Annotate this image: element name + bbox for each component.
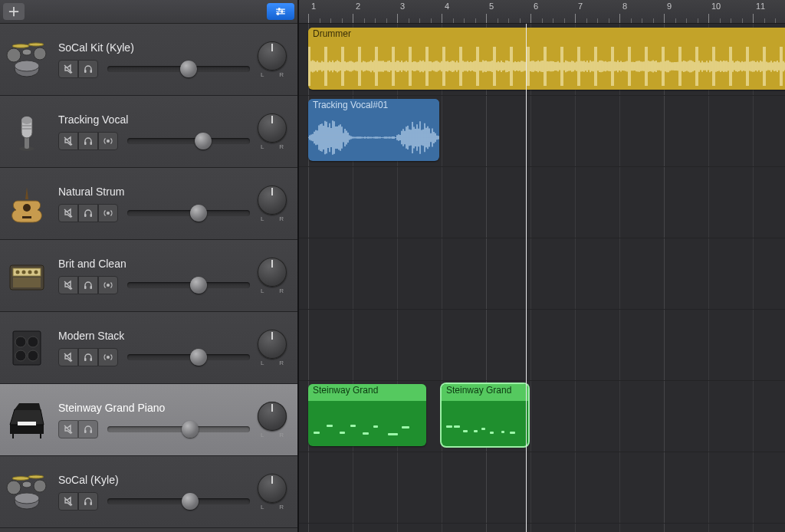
ruler-subtick bbox=[631, 18, 632, 23]
ruler-tick bbox=[753, 14, 754, 23]
ruler-subtick bbox=[386, 18, 387, 23]
track-row[interactable]: SoCal (Kyle)LR bbox=[0, 456, 297, 528]
waveform bbox=[308, 114, 439, 161]
volume-thumb[interactable] bbox=[180, 61, 197, 77]
drums-icon bbox=[3, 468, 51, 516]
playhead[interactable] bbox=[526, 24, 527, 532]
input-button[interactable] bbox=[98, 132, 118, 150]
track-button-group bbox=[58, 420, 98, 438]
track-row[interactable]: Modern StackLR bbox=[0, 312, 297, 384]
track-button-group bbox=[58, 132, 118, 150]
pan-knob[interactable] bbox=[258, 113, 287, 143]
ruler-subtick bbox=[542, 18, 543, 23]
volume-slider[interactable] bbox=[107, 426, 250, 432]
volume-slider[interactable] bbox=[107, 66, 250, 72]
track-row[interactable]: Tracking VocalLR bbox=[0, 96, 297, 168]
ruler-bar-label: 11 bbox=[756, 2, 765, 11]
pan-knob[interactable] bbox=[258, 258, 287, 287]
solo-button[interactable] bbox=[78, 420, 98, 438]
solo-button[interactable] bbox=[78, 60, 98, 78]
mute-button[interactable] bbox=[58, 204, 78, 222]
lane[interactable] bbox=[299, 238, 785, 310]
track-name[interactable]: Modern Stack bbox=[58, 330, 250, 342]
input-button[interactable] bbox=[98, 348, 118, 366]
midi-notes bbox=[311, 423, 423, 438]
cab-icon bbox=[3, 324, 51, 372]
volume-thumb[interactable] bbox=[190, 205, 207, 222]
ruler-subtick bbox=[686, 18, 687, 23]
filter-settings-button[interactable] bbox=[267, 3, 294, 20]
track-name[interactable]: SoCal Kit (Kyle) bbox=[58, 41, 250, 54]
ruler-tick bbox=[619, 14, 620, 23]
pan-label: LR bbox=[261, 504, 284, 511]
lane[interactable] bbox=[299, 166, 785, 238]
ruler-subtick bbox=[597, 18, 598, 23]
volume-thumb[interactable] bbox=[195, 133, 212, 149]
track-name[interactable]: SoCal (Kyle) bbox=[58, 474, 250, 486]
track-row[interactable]: SoCal Kit (Kyle)LR bbox=[0, 24, 297, 96]
volume-thumb[interactable] bbox=[190, 349, 207, 366]
timeline-lanes[interactable]: DrummerTracking Vocal#01Steinway GrandSt… bbox=[299, 24, 785, 532]
region-label: Tracking Vocal#01 bbox=[308, 99, 439, 116]
track-name[interactable]: Brit and Clean bbox=[58, 258, 250, 270]
add-track-button[interactable] bbox=[3, 3, 25, 20]
pan-knob[interactable] bbox=[258, 330, 287, 359]
track-name[interactable]: Tracking Vocal bbox=[58, 113, 250, 126]
ruler-subtick bbox=[609, 18, 609, 23]
volume-thumb[interactable] bbox=[182, 493, 199, 510]
pan-control: LR bbox=[258, 402, 287, 438]
ruler-bar-label: 10 bbox=[711, 2, 721, 11]
region[interactable]: Steinway Grand bbox=[442, 384, 528, 446]
pan-knob[interactable] bbox=[258, 474, 287, 503]
pan-control: LR bbox=[258, 186, 287, 222]
ruler-tick bbox=[575, 14, 576, 23]
region[interactable]: Drummer bbox=[308, 28, 785, 90]
track-body: Tracking Vocal bbox=[58, 113, 250, 150]
ruler-subtick bbox=[498, 18, 498, 23]
region-label: Steinway Grand bbox=[442, 384, 528, 401]
mute-button[interactable] bbox=[58, 132, 78, 150]
mute-button[interactable] bbox=[58, 60, 78, 78]
ruler-tick bbox=[353, 14, 353, 23]
volume-slider[interactable] bbox=[127, 138, 250, 144]
track-row[interactable]: Brit and CleanLR bbox=[0, 240, 297, 312]
volume-slider[interactable] bbox=[127, 210, 250, 216]
mute-button[interactable] bbox=[58, 420, 78, 438]
region[interactable]: Steinway Grand bbox=[308, 384, 426, 446]
track-name[interactable]: Natural Strum bbox=[58, 186, 250, 198]
solo-button[interactable] bbox=[78, 348, 98, 366]
mute-button[interactable] bbox=[58, 348, 78, 366]
input-button[interactable] bbox=[98, 276, 118, 294]
track-row[interactable]: Steinway Grand PianoLR bbox=[0, 384, 297, 456]
track-row[interactable]: Natural StrumLR bbox=[0, 168, 297, 240]
volume-slider[interactable] bbox=[127, 282, 250, 288]
mute-button[interactable] bbox=[58, 276, 78, 294]
lane[interactable] bbox=[299, 309, 785, 381]
sidebar-header bbox=[0, 0, 297, 24]
lane[interactable] bbox=[299, 452, 785, 524]
mute-button[interactable] bbox=[58, 492, 78, 511]
ruler-subtick bbox=[520, 18, 521, 23]
pan-knob[interactable] bbox=[258, 402, 287, 431]
volume-thumb[interactable] bbox=[182, 421, 199, 438]
track-name[interactable]: Steinway Grand Piano bbox=[58, 402, 250, 414]
ruler-subtick bbox=[731, 18, 731, 23]
ruler-subtick bbox=[464, 18, 465, 23]
timeline-ruler[interactable]: 1234567891011 bbox=[299, 0, 785, 24]
solo-button[interactable] bbox=[78, 132, 98, 150]
track-button-group bbox=[58, 492, 98, 511]
track-controls bbox=[58, 276, 250, 294]
ruler-bar-label: 6 bbox=[534, 2, 538, 11]
volume-thumb[interactable] bbox=[190, 277, 207, 294]
solo-button[interactable] bbox=[78, 276, 98, 294]
pan-knob[interactable] bbox=[258, 186, 287, 215]
volume-slider[interactable] bbox=[107, 498, 250, 504]
pan-knob[interactable] bbox=[258, 41, 287, 71]
track-button-group bbox=[58, 204, 118, 222]
solo-button[interactable] bbox=[78, 204, 98, 222]
ruler-subtick bbox=[720, 18, 721, 23]
region[interactable]: Tracking Vocal#01 bbox=[308, 99, 439, 161]
solo-button[interactable] bbox=[78, 492, 98, 511]
input-button[interactable] bbox=[98, 204, 118, 222]
volume-slider[interactable] bbox=[127, 354, 250, 360]
